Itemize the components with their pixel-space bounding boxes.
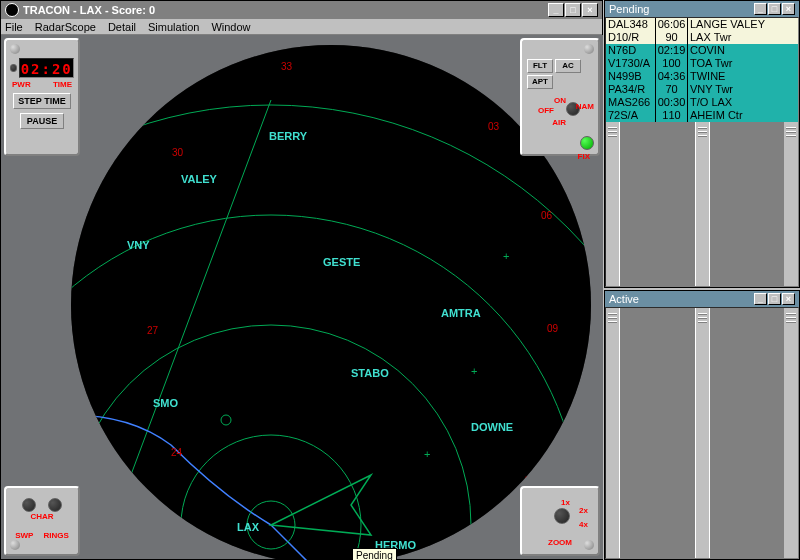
fix-knob[interactable]	[580, 136, 594, 150]
range-tick: 03	[488, 121, 499, 132]
screw-icon	[10, 44, 20, 54]
screw-icon	[584, 540, 594, 550]
flight-strip[interactable]: MAS26600:30T/O LAX	[606, 96, 798, 109]
fix-label: VNY	[127, 239, 150, 251]
main-titlebar[interactable]: TRACON - LAX - Score: 0 _ □ ×	[1, 1, 602, 19]
zoom-knob[interactable]	[554, 508, 570, 524]
range-tick: 33	[281, 61, 292, 72]
app-icon	[5, 3, 19, 17]
range-tick: 09	[547, 323, 558, 334]
ac-button[interactable]: AC	[555, 59, 581, 73]
menu-simulation[interactable]: Simulation	[148, 21, 199, 33]
svg-line-5	[101, 100, 271, 555]
flight-strip[interactable]: V1730/A100TOA Twr	[606, 57, 798, 70]
flight-strip[interactable]: D10/R90LAX Twr	[606, 31, 798, 44]
swp-label: SWP	[15, 531, 33, 540]
rings-label: RINGS	[43, 531, 68, 540]
pending-window: Pending _ □ × DAL34806:06LANGE VALEYD10/…	[604, 0, 800, 288]
window-title: TRACON - LAX - Score: 0	[23, 4, 155, 16]
svg-point-0	[181, 435, 361, 560]
range-tick: 12	[524, 475, 535, 486]
nam-label: NAM	[576, 102, 594, 111]
svg-text:+: +	[503, 250, 509, 262]
fix-label: STABO	[351, 367, 389, 379]
flight-strip[interactable]: PA34/R70VNY Twr	[606, 83, 798, 96]
on-label: ON	[554, 96, 566, 105]
pause-button[interactable]: PAUSE	[20, 113, 64, 129]
minimize-button[interactable]: _	[548, 3, 564, 17]
column-grip[interactable]	[784, 122, 798, 286]
step-time-button[interactable]: STEP TIME	[13, 93, 71, 109]
radar-graphics: + + +	[71, 45, 591, 560]
close-button[interactable]: ×	[582, 3, 598, 17]
x4-label: 4x	[579, 520, 588, 529]
active-window: Active _ □ ×	[604, 290, 800, 560]
flight-strip[interactable]: DAL34806:06LANGE VALEY	[606, 18, 798, 31]
fix-label: GESTE	[323, 256, 360, 268]
fix-label: VALEY	[181, 173, 217, 185]
column-grip[interactable]	[696, 308, 710, 558]
menu-bar: File RadarScope Detail Simulation Window	[1, 19, 602, 35]
svg-text:+: +	[471, 365, 477, 377]
pwr-label: PWR	[12, 80, 31, 89]
menu-detail[interactable]: Detail	[108, 21, 136, 33]
tooltip: Pending	[352, 548, 397, 560]
active-body	[605, 307, 799, 559]
range-tick: 27	[147, 325, 158, 336]
char-label: CHAR	[30, 512, 53, 521]
zoom-panel: 1x 2x 4x ZOOM	[520, 486, 600, 556]
pending-title: Pending	[609, 3, 649, 15]
active-close-button[interactable]: ×	[782, 293, 795, 305]
pending-min-button[interactable]: _	[754, 3, 767, 15]
menu-file[interactable]: File	[5, 21, 23, 33]
fix-label: LAX	[237, 521, 259, 533]
fix-label: DOWNE	[471, 421, 513, 433]
swp-knob[interactable]	[48, 498, 62, 512]
fix-label: BERRY	[269, 130, 307, 142]
fix-label: AMTRA	[441, 307, 481, 319]
flight-strip[interactable]: 72S/A110AHEIM Ctr	[606, 109, 798, 122]
range-tick: 15	[404, 555, 415, 560]
pwr-led[interactable]	[10, 64, 17, 72]
range-tick: 30	[172, 147, 183, 158]
screw-icon	[10, 540, 20, 550]
off-label: OFF	[538, 106, 554, 115]
menu-window[interactable]: Window	[211, 21, 250, 33]
active-titlebar[interactable]: Active _ □ ×	[605, 291, 799, 307]
apt-button[interactable]: APT	[527, 75, 553, 89]
flight-strip[interactable]: N76D02:19COVIN	[606, 44, 798, 57]
screw-icon	[584, 44, 594, 54]
time-panel: 02:20 PWR TIME STEP TIME PAUSE	[4, 38, 80, 156]
range-tick: 24	[171, 447, 182, 458]
x1-label: 1x	[561, 498, 570, 507]
char-knob[interactable]	[22, 498, 36, 512]
active-min-button[interactable]: _	[754, 293, 767, 305]
scope-area: + + + 330330062709241215 BERRYVALEYVNYGE…	[1, 35, 603, 559]
time-display: 02:20	[19, 58, 74, 78]
pending-titlebar[interactable]: Pending _ □ ×	[605, 1, 799, 17]
fix-label: SMO	[153, 397, 178, 409]
column-grip[interactable]	[696, 122, 710, 286]
svg-point-7	[221, 415, 231, 425]
column-grip[interactable]	[606, 122, 620, 286]
display-options-panel: FLTACAPT ON OFF NAM AIR FIX	[520, 38, 600, 156]
pending-close-button[interactable]: ×	[782, 3, 795, 15]
maximize-button[interactable]: □	[565, 3, 581, 17]
radar-scope[interactable]: + + + 330330062709241215 BERRYVALEYVNYGE…	[71, 45, 591, 560]
x2-label: 2x	[579, 506, 588, 515]
air-label: AIR	[552, 118, 566, 127]
svg-point-4	[71, 45, 591, 560]
menu-radarscope[interactable]: RadarScope	[35, 21, 96, 33]
fix-label: FIX	[526, 152, 594, 161]
range-tick: 06	[541, 210, 552, 221]
column-grip[interactable]	[784, 308, 798, 558]
svg-text:+: +	[424, 448, 430, 460]
char-panel: CHAR SWP RINGS	[4, 486, 80, 556]
flight-strip[interactable]: N499B04:36TWINE	[606, 70, 798, 83]
active-max-button[interactable]: □	[768, 293, 781, 305]
column-grip[interactable]	[606, 308, 620, 558]
pending-body: DAL34806:06LANGE VALEYD10/R90LAX TwrN76D…	[605, 17, 799, 287]
flt-button[interactable]: FLT	[527, 59, 553, 73]
pending-max-button[interactable]: □	[768, 3, 781, 15]
active-title: Active	[609, 293, 639, 305]
